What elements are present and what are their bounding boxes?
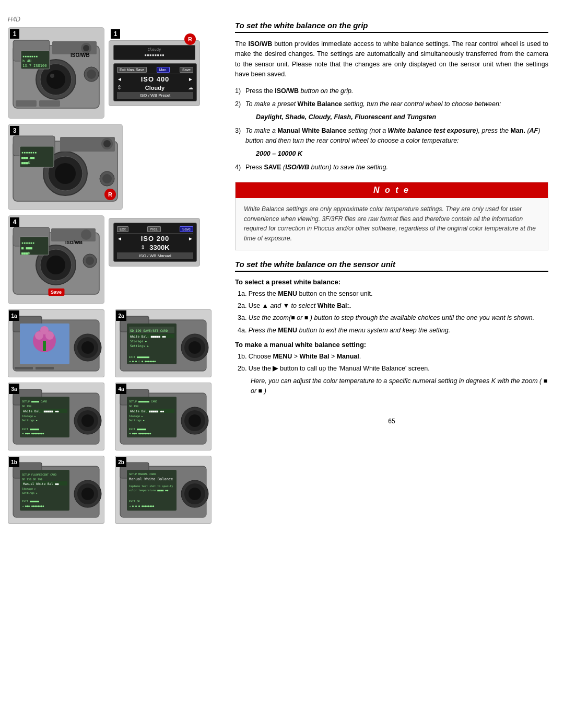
arrow-left-4: ◄: [117, 236, 122, 241]
cloudy-icon: ☁: [188, 85, 193, 90]
exit-btn-4[interactable]: Exit: [117, 226, 128, 232]
cell-label-2b: 2b: [116, 457, 126, 467]
small-cam-img-2a: SD 199 SAVE/SET CARD White Bal: ■■■■■ ●●…: [115, 309, 212, 377]
grip-preset-4: ISO / WB Manual: [117, 252, 193, 259]
cloudy-arrow: ⇕: [117, 84, 122, 91]
svg-text:Storage ►: Storage ►: [22, 414, 36, 418]
svg-point-15: [87, 70, 96, 79]
svg-point-36: [46, 256, 65, 274]
page: H4D 1: [0, 0, 564, 728]
subtitle-manual: To make a manual white balance setting:: [235, 341, 548, 349]
right-column: To set the white balance on the grip The…: [225, 10, 564, 718]
subtitle-preset: To select a preset white balance:: [235, 278, 548, 286]
cell-label-1a: 1a: [9, 310, 19, 321]
save-btn[interactable]: Save: [180, 67, 193, 73]
small-cam-img-1b: SETUP FLUORESCENT CARD SD 130 SD 199 Man…: [8, 456, 104, 524]
small-cam-1a: 1a: [8, 309, 110, 377]
step-4: 4) Press SAVE (ISO/WB button) to save th…: [235, 163, 548, 172]
small-cam-img-4a: SETUP ■■■■■■■ CARD SD 199 White Bal ■■■■…: [115, 383, 212, 450]
small-cam-2a: 2a SD 199 SAVE/SET CARD White Bal: ■■■■■…: [115, 309, 217, 377]
small-camera-grid: 1a: [8, 309, 217, 524]
step-3: 3) To make a Manual White Balance settin…: [235, 126, 548, 159]
small-cam-svg-2a: SD 199 SAVE/SET CARD White Bal: ■■■■■ ●●…: [118, 312, 209, 375]
svg-point-126: [189, 488, 201, 500]
svg-text:▪▪▪▪▪▪▪: ▪▪▪▪▪▪▪: [22, 54, 38, 59]
page-number: 65: [235, 412, 548, 430]
svg-text:▪▪▪▪▪▪: ▪▪▪▪▪▪: [21, 241, 34, 245]
svg-text:SD 199: SD 199: [129, 405, 138, 408]
section-num-4: 4: [10, 217, 19, 227]
svg-text:EXIT ■■■■■■: EXIT ■■■■■■: [22, 500, 39, 503]
iso-value-4: ISO 200: [141, 235, 170, 242]
svg-point-31: [102, 174, 112, 183]
svg-text:b  4U: b 4U: [22, 59, 31, 63]
diagram-section-4: 4 ▪▪▪▪▪▪ ■.■■■: [8, 215, 217, 304]
svg-text:■■■.■■: ■■■.■■: [21, 156, 35, 160]
svg-text:◄ ●●● ●●●●●●●●: ◄ ●●● ●●●●●●●●: [129, 432, 151, 435]
section-num-1b: 1: [111, 29, 120, 39]
diagram-section-3: 3 AF ▪▪▪▪▪▪▪ ■■■.■: [8, 124, 217, 210]
iso-value-1: ISO 400: [141, 75, 170, 83]
svg-rect-58: [36, 367, 54, 369]
svg-point-5: [50, 74, 54, 78]
svg-rect-57: [15, 367, 33, 369]
cell-label-2a: 2a: [116, 310, 126, 321]
section-title-grip: To set the white balance on the grip: [235, 21, 548, 33]
svg-text:Settings ►: Settings ►: [129, 419, 145, 422]
small-cam-svg-3a: SETUP ■■■■■ CARD SD 199 White Bal: ■■■■■…: [10, 385, 102, 448]
instr-1b: 1b. Choose MENU > White Bal > Manual.: [235, 352, 548, 362]
note-body: White Balance settings are only approxim…: [236, 198, 548, 249]
svg-point-22: [55, 163, 76, 184]
step-num-2: 2): [235, 99, 241, 109]
step-num-4: 4): [235, 163, 241, 172]
svg-text:Storage ►: Storage ►: [130, 339, 147, 343]
intro-text: The ISO/WB button provides immediate acc…: [235, 39, 548, 80]
small-cam-4a: 4a SETUP ■■■■■■■ CARD SD 199 White Bal ■…: [115, 383, 217, 450]
svg-text:SD 199: SD 199: [22, 405, 31, 408]
cell-label-4a: 4a: [116, 384, 126, 394]
svg-point-45: [86, 257, 94, 265]
instr-4a: 4a. Press the MENU button to exit the me…: [235, 326, 548, 336]
man-btn[interactable]: Man.: [157, 67, 170, 73]
small-cam-svg-2b: SETUP MANUAL CARD Manual White Balance C…: [118, 458, 209, 521]
note-box: N o t e White Balance settings are only …: [235, 182, 548, 250]
manual-steps-list: 1b. Choose MENU > White Bal > Manual. 2b…: [235, 352, 548, 397]
svg-text:SETUP ■■■■■■■ CARD: SETUP ■■■■■■■ CARD: [129, 400, 157, 403]
svg-text:▪▪▪▪▪▪▪: ▪▪▪▪▪▪▪: [21, 151, 37, 155]
section-title-sensor: To set the white balance on the sensor u…: [235, 260, 548, 272]
small-cam-svg-1b: SETUP FLUORESCENT CARD SD 130 SD 199 Man…: [10, 458, 102, 521]
svg-text:Settings ►: Settings ►: [22, 491, 38, 495]
svg-text:Capture test shot to specify: Capture test shot to specify: [129, 484, 173, 488]
small-cam-2b: 2b SETUP MANUAL CARD Manual White Balanc…: [115, 456, 217, 524]
svg-text:■■■K: ■■■K: [21, 161, 31, 165]
pres-btn-4[interactable]: Pres.: [147, 226, 161, 232]
svg-rect-17: [39, 100, 60, 107]
svg-text:■■■K: ■■■K: [21, 251, 31, 256]
svg-text:SD 199  SAVE/SET  CARD: SD 199 SAVE/SET CARD: [130, 329, 168, 332]
svg-point-86: [81, 414, 94, 427]
save-btn-4[interactable]: Save: [180, 226, 193, 232]
small-cam-svg-1a: [10, 312, 102, 375]
svg-text:ISO/WB: ISO/WB: [65, 240, 83, 245]
svg-point-100: [189, 414, 201, 427]
svg-text:SD 130  SD 199: SD 130 SD 199: [22, 478, 42, 481]
model-label: H4D: [8, 16, 217, 23]
svg-text:◄ ● ● ○ ● ●●●●●●●: ◄ ● ● ○ ● ●●●●●●●: [129, 360, 156, 363]
small-cam-img-3a: SETUP ■■■■■ CARD SD 199 White Bal: ■■■■■…: [8, 383, 104, 450]
svg-point-8: [83, 45, 89, 51]
svg-point-72: [189, 341, 201, 354]
cell-label-1b: 1b: [9, 457, 19, 467]
svg-text:13.7 ISO100: 13.7 ISO100: [22, 64, 46, 68]
small-cam-img-1a: [8, 309, 104, 377]
instr-2a: 2a. Use ▲ and ▼ to select White Bal:.: [235, 301, 548, 311]
temp-arrow: ⇕: [140, 244, 145, 251]
small-cam-img-2b: SETUP MANUAL CARD Manual White Balance C…: [115, 456, 212, 524]
svg-text:Storage ►: Storage ►: [129, 414, 143, 418]
step-num-3: 3): [235, 126, 241, 136]
section-num-1: 1: [10, 29, 19, 39]
camera-svg-3: ▪▪▪▪▪▪▪ ■■■.■■ ■■■K: [10, 126, 120, 207]
exit-btn[interactable]: Exit Man. Save: [117, 67, 147, 73]
svg-point-38: [81, 229, 91, 240]
svg-text:◄ ● ● ● ●●●●●●●●: ◄ ● ● ● ●●●●●●●●: [129, 504, 154, 507]
svg-text:SETUP  MANUAL  CARD: SETUP MANUAL CARD: [129, 472, 156, 476]
